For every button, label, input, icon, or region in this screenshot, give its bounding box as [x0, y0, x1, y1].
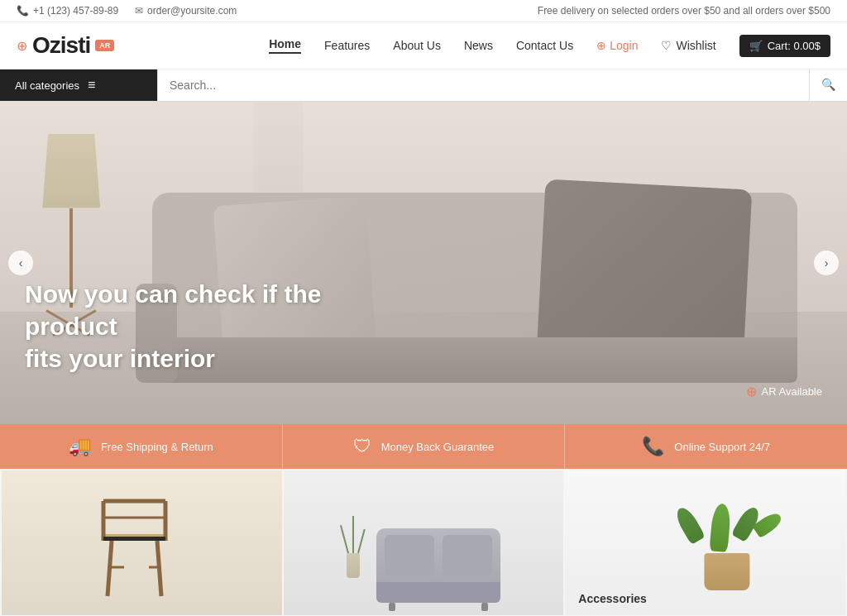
hero-headline-line1: Now you can check if the product: [25, 280, 321, 340]
email-address: order@yoursite.com: [147, 5, 237, 17]
all-categories-label: All categories: [15, 79, 79, 92]
feature-shipping: 🚚 Free Shipping & Return: [0, 424, 283, 469]
phone-number: +1 (123) 457-89-89: [33, 5, 118, 17]
nav-home[interactable]: Home: [269, 37, 301, 54]
login-label: Login: [610, 39, 638, 52]
nav-wishlist[interactable]: ♡ Wishlist: [661, 39, 715, 52]
chair-visual: [87, 485, 186, 603]
phone-info: 📞 +1 (123) 457-89-89: [17, 5, 118, 17]
product-accessories-label: Accessories: [578, 592, 647, 605]
hamburger-icon: ≡: [88, 78, 95, 93]
products-section: Accessories: [0, 469, 847, 616]
search-input[interactable]: [170, 79, 797, 92]
shipping-label: Free Shipping & Return: [101, 441, 213, 453]
hero-next-arrow[interactable]: ›: [814, 251, 839, 275]
sofa-vase-visual: [347, 516, 500, 603]
cart-label: Cart: 0.00$: [768, 40, 821, 52]
support-label: Online Support 24/7: [674, 441, 770, 453]
feature-support: 📞 Online Support 24/7: [565, 424, 847, 469]
promo-text: Free delivery on selected orders over $5…: [538, 5, 830, 17]
cart-icon: 🛒: [749, 40, 763, 52]
plant-visual: [690, 504, 763, 590]
pillow-right: [537, 179, 753, 364]
vase-plant: [347, 516, 360, 578]
email-icon: ✉: [135, 5, 143, 17]
nav-login[interactable]: ⊕ Login: [596, 39, 638, 52]
support-icon: 📞: [642, 436, 664, 457]
top-bar: 📞 +1 (123) 457-89-89 ✉ order@yoursite.co…: [0, 0, 847, 22]
cart-button[interactable]: 🛒 Cart: 0.00$: [739, 35, 830, 57]
logo[interactable]: ⊕ Ozisti AR: [17, 32, 114, 59]
top-bar-left: 📞 +1 (123) 457-89-89 ✉ order@yoursite.co…: [17, 5, 237, 17]
shipping-icon: 🚚: [69, 436, 91, 457]
search-icon: 🔍: [821, 78, 835, 91]
hero-headline: Now you can check if the product fits yo…: [25, 278, 339, 375]
logo-ar-badge: AR: [95, 40, 114, 51]
nav-about-us[interactable]: About Us: [393, 39, 441, 52]
nav-news[interactable]: News: [464, 39, 493, 52]
hero-text: Now you can check if the product fits yo…: [25, 278, 339, 375]
small-sofa: [376, 528, 500, 603]
nav-features[interactable]: Features: [324, 39, 370, 52]
phone-icon: 📞: [17, 5, 29, 17]
logo-text: Ozisti: [32, 32, 90, 59]
money-back-icon: 🛡: [353, 436, 371, 457]
svg-rect-9: [103, 537, 165, 541]
ar-available-label: AR Available: [762, 385, 822, 398]
all-categories-button[interactable]: All categories ≡: [0, 69, 157, 101]
feature-money-back: 🛡 Money Back Guarantee: [283, 424, 566, 469]
ar-available-icon: ⊕: [746, 384, 757, 399]
product-card-chair[interactable]: [2, 470, 282, 615]
search-input-wrap: [157, 69, 809, 101]
email-info: ✉ order@yoursite.com: [135, 5, 237, 17]
login-icon: ⊕: [596, 39, 606, 52]
header: ⊕ Ozisti AR Home Features About Us News …: [0, 22, 847, 69]
product-card-sofa[interactable]: [284, 470, 564, 615]
main-nav: Home Features About Us News Contact Us ⊕…: [269, 35, 830, 57]
lamp-shade: [42, 134, 100, 208]
product-card-accessories[interactable]: Accessories: [565, 470, 845, 615]
wishlist-icon: ♡: [661, 39, 672, 52]
hero-banner: ‹ › Now you can check if the product fit…: [0, 102, 847, 424]
hero-prev-arrow[interactable]: ‹: [8, 251, 33, 275]
features-bar: 🚚 Free Shipping & Return 🛡 Money Back Gu…: [0, 424, 847, 469]
search-submit-button[interactable]: 🔍: [809, 69, 847, 101]
hero-headline-line2: fits your interior: [25, 345, 215, 372]
nav-contact-us[interactable]: Contact Us: [516, 39, 573, 52]
ar-badge: ⊕ AR Available: [746, 384, 822, 399]
money-back-label: Money Back Guarantee: [381, 441, 495, 453]
ar-logo-icon: ⊕: [17, 38, 27, 54]
search-bar: All categories ≡ 🔍: [0, 69, 847, 102]
wishlist-label: Wishlist: [676, 39, 715, 52]
hero-scene: [0, 102, 847, 424]
